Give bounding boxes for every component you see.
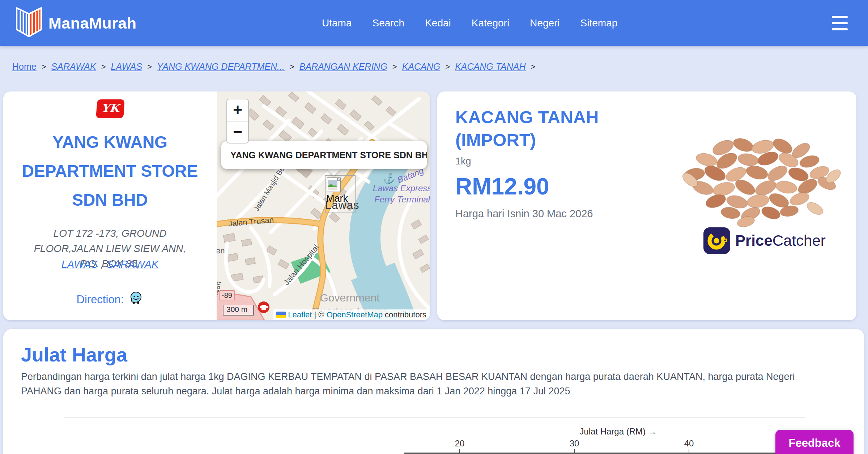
brand-logo[interactable]: ManaMurah xyxy=(16,7,136,39)
price-date: Harga hari Isnin 30 Mac 2026 xyxy=(455,208,593,220)
route-badge: -89 xyxy=(219,290,235,300)
broken-image-icon xyxy=(327,177,341,192)
crumb-lawas[interactable]: LAWAS xyxy=(111,61,142,72)
axis-tick-label: 40 xyxy=(678,438,700,449)
waze-icon[interactable] xyxy=(129,291,143,308)
district-link[interactable]: LAWAS xyxy=(61,258,98,270)
nav-kategori[interactable]: Kategori xyxy=(472,17,509,29)
feedback-button[interactable]: Feedback xyxy=(775,430,854,454)
app-header: ManaMurah Utama Search Kedai Kategori Ne… xyxy=(0,0,868,46)
product-title: KACANG TANAH (IMPORT) xyxy=(455,106,643,151)
price-range-heading: Julat Harga xyxy=(21,343,127,366)
openstreetmap-link[interactable]: OpenStreetMap xyxy=(327,310,383,320)
crumb-barangan-kering[interactable]: BARANGAN KERING xyxy=(299,61,387,72)
store-name: YANG KWANG DEPARTMENT STORE SDN BHD xyxy=(4,128,216,214)
nav-utama[interactable]: Utama xyxy=(322,17,352,29)
manamurah-book-icon xyxy=(16,7,42,39)
ukraine-flag-icon xyxy=(276,312,286,318)
store-info-pane: YK YANG KWANG DEPARTMENT STORE SDN BHD L… xyxy=(3,91,217,320)
map[interactable]: Jalan Masjid Baru Jalan Lawas Batang ⚓ L… xyxy=(217,91,430,320)
nav-negeri[interactable]: Negeri xyxy=(530,17,559,29)
direction-label: Direction: xyxy=(77,293,124,306)
store-card: YK YANG KWANG DEPARTMENT STORE SDN BHD L… xyxy=(3,91,430,320)
nav-kedai[interactable]: Kedai xyxy=(425,17,451,29)
product-price: RM12.90 xyxy=(455,173,549,200)
pricecatcher-logo: PriceCatcher xyxy=(703,227,826,254)
nav-sitemap[interactable]: Sitemap xyxy=(580,17,618,29)
zoom-out-button[interactable]: − xyxy=(227,121,248,143)
store-logo: YK xyxy=(96,99,125,118)
crumb-sarawak[interactable]: SARAWAK xyxy=(51,61,96,72)
pricecatcher-wordmark: PriceCatcher xyxy=(735,232,826,249)
product-unit: 1kg xyxy=(455,156,471,167)
marker-alt-text: Mark xyxy=(326,193,348,204)
chart-axis-label: Julat Harga (RM) → xyxy=(560,427,676,437)
state-link[interactable]: SARAWAK xyxy=(106,258,158,270)
map-attribution: Leaflet | © OpenStreetMap contributors xyxy=(273,309,430,320)
axis-tick xyxy=(459,449,460,453)
axis-tick-label: 30 xyxy=(563,438,585,449)
map-edge-label: en xyxy=(217,246,225,256)
map-zoom-control: + − xyxy=(226,99,249,144)
pricecatcher-icon xyxy=(703,227,730,254)
zoom-in-button[interactable]: + xyxy=(227,99,248,121)
chart-top-border xyxy=(64,417,805,417)
breadcrumb-separator: > xyxy=(445,62,450,72)
main-nav: Utama Search Kedai Kategori Negeri Sitem… xyxy=(322,0,617,46)
breadcrumb-separator: > xyxy=(392,62,397,72)
store-city-line: LAWAS , SARAWAK xyxy=(3,258,217,270)
breadcrumb-separator: > xyxy=(42,62,46,72)
breadcrumb-separator: > xyxy=(147,62,152,72)
nav-search[interactable]: Search xyxy=(372,17,404,29)
map-scale-bar: 300 m xyxy=(223,305,254,316)
map-popup: YANG KWANG DEPARTMENT STORE SDN BHD xyxy=(221,141,427,169)
breadcrumb-separator: > xyxy=(290,62,294,72)
breadcrumb: Home > SARAWAK > LAWAS > YANG KWANG DEPA… xyxy=(12,61,535,72)
brand-name: ManaMurah xyxy=(48,14,136,32)
crumb-home[interactable]: Home xyxy=(12,61,37,72)
breadcrumb-separator: > xyxy=(101,62,106,72)
crumb-store[interactable]: YANG KWANG DEPARTMEN... xyxy=(157,61,285,72)
chart-axis-line xyxy=(404,453,805,454)
hamburger-menu-icon[interactable] xyxy=(832,16,848,30)
crumb-kacang-tanah[interactable]: KACANG TANAH xyxy=(455,61,526,72)
crumb-kacang[interactable]: KACANG xyxy=(402,61,441,72)
direction-row: Direction: xyxy=(3,291,217,308)
axis-tick xyxy=(689,449,689,453)
price-range-description: Perbandingan harga terkini dan julat har… xyxy=(21,369,827,398)
map-ferry-label: Lawas Express Ferry Terminal xyxy=(371,183,430,205)
breadcrumb-separator: > xyxy=(531,62,536,72)
price-range-card: Julat Harga Perbandingan harga terkini d… xyxy=(3,329,864,454)
map-marker[interactable]: Mark xyxy=(325,175,356,213)
product-image-peanuts xyxy=(668,125,852,231)
leaflet-link[interactable]: Leaflet xyxy=(288,310,312,320)
map-popup-text: YANG KWANG DEPARTMENT STORE SDN BHD xyxy=(221,141,427,169)
product-card: KACANG TANAH (IMPORT) 1kg RM12.90 Harga … xyxy=(437,91,856,320)
axis-tick-label: 20 xyxy=(449,438,471,449)
axis-tick xyxy=(574,449,575,453)
